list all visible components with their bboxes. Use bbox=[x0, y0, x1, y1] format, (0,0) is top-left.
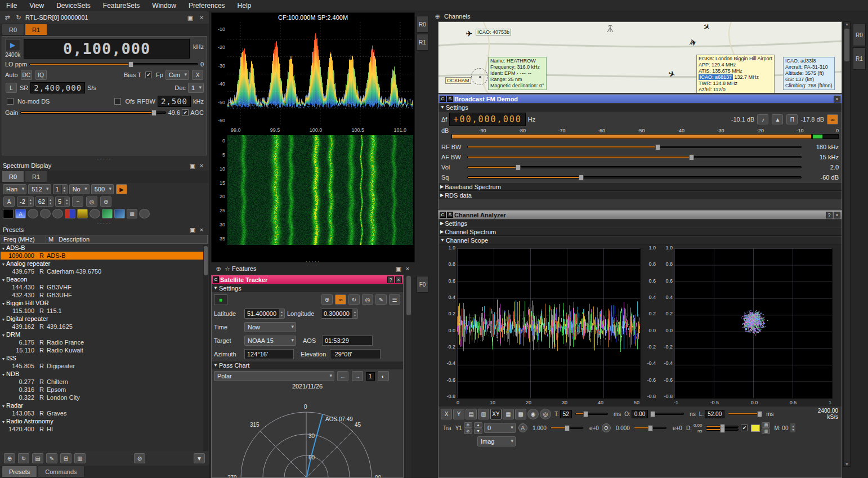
update-preset-button[interactable]: ↻ bbox=[18, 453, 29, 463]
tab-r1[interactable]: R1 bbox=[25, 24, 47, 35]
trace-visible-checkbox[interactable] bbox=[741, 425, 748, 431]
stereo-toggle-button[interactable]: ∞ bbox=[827, 114, 838, 124]
pilot-icon[interactable]: Π bbox=[786, 114, 798, 124]
popout-window-icon[interactable]: ▣ bbox=[188, 162, 197, 169]
egkb-icao-chip[interactable]: ICAO: a68137 bbox=[699, 74, 733, 80]
amp-slider[interactable] bbox=[551, 427, 583, 429]
xy-display-button[interactable]: XY bbox=[490, 409, 502, 419]
channel-scope-collapse-bar[interactable]: Channel Scope bbox=[439, 236, 842, 244]
menu-item[interactable]: Help bbox=[231, 1, 258, 11]
tab-presets[interactable]: Presets bbox=[2, 466, 37, 477]
fm-settings-collapse-bar[interactable]: Settings bbox=[439, 103, 842, 111]
trace-mode-select[interactable]: Imag bbox=[477, 436, 516, 446]
longitude-field[interactable]: 0.300000 bbox=[321, 309, 358, 319]
channel-spectrum-collapse-bar[interactable]: Channel Spectrum bbox=[439, 227, 842, 236]
preset-row[interactable]: 144.430RGB3VHF bbox=[1, 283, 208, 291]
trace-down-icon[interactable]: ▼ bbox=[474, 428, 482, 434]
averaging-spinner[interactable]: 1 bbox=[53, 184, 68, 194]
satellite-tracker-titlebar[interactable]: C Satellite Tracker ? × bbox=[212, 275, 403, 284]
phosphor-icon[interactable]: ◎ bbox=[86, 196, 97, 207]
preset-group-row[interactable]: DRM bbox=[1, 330, 208, 338]
menu-item[interactable]: View bbox=[23, 1, 50, 11]
rds-data-collapse-bar[interactable]: RDS data bbox=[439, 191, 842, 199]
dark-theme-icon[interactable]: ◐ bbox=[378, 371, 389, 381]
waterfall-button[interactable] bbox=[77, 209, 88, 218]
decay-spinner[interactable]: 5 bbox=[55, 196, 70, 207]
channel-c-chip[interactable]: C bbox=[440, 212, 446, 218]
menu-item[interactable]: Preferences bbox=[182, 1, 231, 11]
adsb-map[interactable]: ✈ ICAO: 40753b ✈ ✈ ✈ ✈ OCKHAM Name: HEAT… bbox=[438, 21, 842, 93]
points-style-icon[interactable]: ◎ bbox=[540, 409, 551, 419]
close-icon[interactable]: × bbox=[395, 276, 402, 283]
transverter-button[interactable]: X bbox=[192, 70, 203, 80]
help-icon[interactable]: ? bbox=[387, 276, 394, 283]
vertical-split-icon[interactable]: ▥ bbox=[478, 409, 489, 419]
close-icon[interactable]: × bbox=[834, 212, 840, 218]
channels-scrollbar[interactable] bbox=[843, 21, 851, 467]
grid-intensity-button[interactable]: ▦ bbox=[127, 209, 137, 218]
reload-device-icon[interactable]: ↻ bbox=[14, 14, 23, 21]
decimation-select[interactable]: 1 bbox=[188, 83, 204, 93]
add-preset-button[interactable]: ⊕ bbox=[4, 453, 15, 463]
menu-icon[interactable]: ☰ bbox=[389, 294, 400, 305]
spectrum-play-button[interactable]: ▶ bbox=[116, 184, 127, 194]
add-satellite-icon[interactable]: ⊕ bbox=[321, 294, 333, 305]
menu-item[interactable]: FeatureSets bbox=[97, 1, 146, 11]
new-group-button[interactable]: ⊞ bbox=[60, 453, 71, 463]
tab-r0[interactable]: R0 bbox=[2, 171, 24, 182]
column-m[interactable]: M bbox=[46, 235, 56, 243]
current-trace-button[interactable] bbox=[114, 209, 125, 218]
workspace-tab-r1[interactable]: R1 bbox=[417, 34, 428, 51]
features-scrollbar[interactable] bbox=[406, 275, 411, 478]
edit-icon[interactable]: ✎ bbox=[375, 294, 387, 305]
channel-tab-r1[interactable]: R1 bbox=[853, 47, 866, 70]
decay-curve-icon[interactable]: ~ bbox=[72, 196, 83, 207]
channel-s-chip[interactable]: S bbox=[447, 212, 453, 218]
offset-tuning-checkbox[interactable] bbox=[114, 98, 121, 105]
lo-ppm-slider[interactable] bbox=[29, 63, 198, 65]
y-only-button[interactable]: Y bbox=[453, 409, 464, 419]
no-mod-ds-checkbox[interactable] bbox=[7, 98, 14, 105]
audio-mute-button[interactable]: ♪ bbox=[757, 114, 768, 124]
chart-type-select[interactable]: Polar bbox=[214, 371, 334, 381]
gradient-color-button[interactable]: A bbox=[15, 209, 26, 218]
trace-toggle-button[interactable] bbox=[52, 209, 63, 218]
horizontal-split-icon[interactable]: ▤ bbox=[466, 409, 477, 419]
duplicate-preset-button[interactable]: ▥ bbox=[74, 453, 86, 463]
polar-grid-icon[interactable]: ▩ bbox=[515, 409, 526, 419]
import-export-button[interactable]: ▼ bbox=[194, 453, 205, 463]
channel-c-chip[interactable]: C bbox=[440, 96, 446, 102]
presets-scrollbar[interactable] bbox=[203, 245, 208, 451]
close-icon[interactable]: × bbox=[834, 96, 840, 102]
panel-drag-handle[interactable] bbox=[0, 155, 209, 160]
preset-row[interactable]: 145.805RDigipeater bbox=[1, 362, 208, 370]
offset-zero-button[interactable]: O bbox=[602, 423, 611, 432]
preset-row[interactable]: 1090.000RADS-B bbox=[1, 252, 208, 260]
help-icon[interactable]: ? bbox=[826, 212, 833, 218]
lock-sr-button[interactable]: L bbox=[6, 83, 17, 93]
heathrow-info-box[interactable]: Name: HEATHROWFrequency: 316.0 kHzIdent:… bbox=[488, 57, 547, 90]
menu-item[interactable]: Window bbox=[146, 1, 182, 11]
preset-row[interactable]: 0.316REpsom bbox=[1, 386, 208, 394]
preset-row[interactable]: 1420.400RHI bbox=[1, 425, 208, 433]
add-trace-icon[interactable]: ⊕ bbox=[464, 422, 472, 428]
aircraft-icao-chip[interactable]: ICAO: 40753b bbox=[476, 29, 511, 35]
delay-fine-slider[interactable] bbox=[706, 428, 739, 431]
ockham-vor-chip[interactable]: OCKHAM bbox=[445, 77, 471, 84]
favorites-star-icon[interactable]: ☆ bbox=[223, 265, 232, 272]
x-only-button[interactable]: X bbox=[441, 409, 452, 419]
refresh-rate-select[interactable]: 500 bbox=[91, 184, 114, 194]
feature-c-chip[interactable]: C bbox=[213, 276, 219, 283]
settings-collapse-bar[interactable]: Settings bbox=[212, 284, 403, 292]
panel-drag-handle[interactable] bbox=[0, 220, 209, 225]
fft-window-select[interactable]: Han bbox=[3, 184, 26, 194]
preset-row[interactable]: 115.100R115.1 bbox=[1, 307, 208, 315]
preset-group-row[interactable]: ADS-B bbox=[1, 244, 208, 252]
memory-spinner[interactable] bbox=[790, 423, 795, 432]
add-channel-icon[interactable]: ⊕ bbox=[433, 12, 442, 20]
af-bw-slider[interactable] bbox=[467, 156, 802, 158]
start-stop-icon[interactable]: ■ bbox=[214, 294, 227, 305]
rf-bandwidth-display[interactable]: 2,500 bbox=[158, 96, 191, 107]
preset-group-row[interactable]: ISS bbox=[1, 354, 208, 362]
column-description[interactable]: Description bbox=[56, 235, 208, 243]
